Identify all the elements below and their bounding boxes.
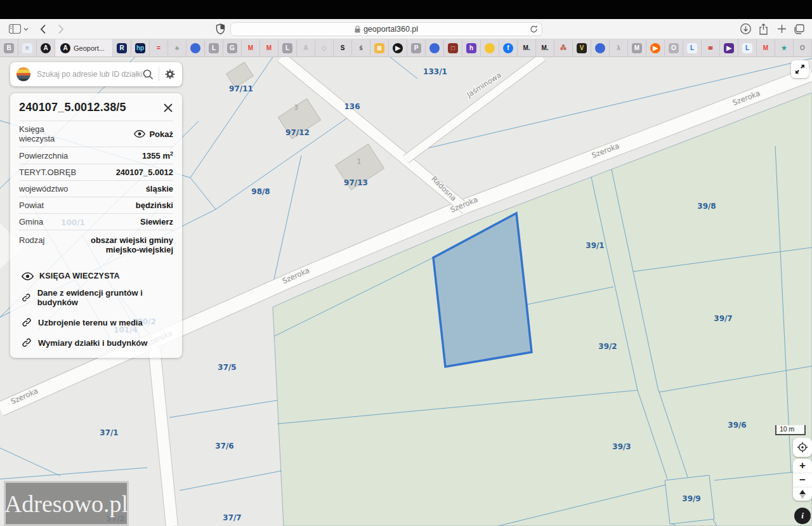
link-icon	[22, 338, 32, 348]
pinned-tab[interactable]	[426, 39, 444, 56]
sidebar-chevron-icon[interactable]	[23, 27, 29, 31]
pinned-tab[interactable]: =	[150, 39, 168, 56]
row-label: Powierzchnia	[19, 151, 68, 161]
link-dane-ewidencji[interactable]: Dane z ewidencji gruntów i budynków	[19, 283, 173, 312]
favicon: h	[466, 43, 476, 53]
close-icon[interactable]	[163, 103, 173, 113]
pinned-tab[interactable]: M	[757, 39, 775, 56]
map-canvas[interactable]: 3 1 97/11 97/12 97/13 98/8 136 133/1 100…	[0, 57, 812, 526]
forward-button[interactable]	[58, 24, 64, 34]
sidebar-toggle-icon[interactable]	[9, 24, 21, 34]
ksiega-wieczysta-section[interactable]: KSIĘGA WIECZYSTA	[19, 258, 173, 283]
back-button[interactable]	[40, 24, 46, 34]
favicon: ≡	[22, 43, 32, 53]
pinned-tab[interactable]: G	[223, 39, 242, 56]
pinned-tab[interactable]: f	[499, 39, 518, 56]
url-bar[interactable]: geoportal360.pl	[230, 22, 542, 36]
divider	[159, 67, 159, 81]
pinned-tab[interactable]: ś	[352, 39, 370, 56]
privacy-shield-icon[interactable]	[216, 23, 225, 35]
pinned-tab[interactable]: hp	[131, 39, 150, 56]
svg-text:97/11: 97/11	[229, 84, 253, 93]
pinned-tab[interactable]: ≣	[370, 39, 389, 56]
pinned-tab[interactable]: L	[683, 39, 702, 56]
reload-icon[interactable]	[530, 25, 538, 36]
pinned-tab[interactable]: M.	[518, 39, 536, 56]
pinned-tab[interactable]: ▶	[720, 39, 738, 56]
search-icon[interactable]	[143, 69, 154, 80]
downloads-button[interactable]	[740, 23, 751, 34]
favicon: L	[687, 43, 697, 53]
parcel-info-panel: 240107_5.0012.38/5 Księga wieczysta Poka…	[10, 62, 182, 358]
pinned-tab[interactable]: R	[113, 39, 131, 56]
favicon: O	[669, 43, 679, 53]
svg-text:1: 1	[357, 158, 361, 165]
search-bar[interactable]	[10, 62, 182, 86]
pinned-tab[interactable]: λ	[610, 39, 628, 56]
pinned-tab[interactable]: ◇	[315, 39, 334, 56]
pinned-tab[interactable]: L	[278, 39, 297, 56]
favicon: ś	[356, 43, 366, 53]
pinned-tab[interactable]: V	[573, 39, 591, 56]
compass-button[interactable]	[793, 487, 812, 501]
row-value: Siewierz	[140, 217, 173, 227]
favicon	[485, 43, 495, 53]
row-label: Rodzaj	[19, 235, 44, 245]
svg-text:136: 136	[344, 102, 360, 111]
pinned-tab[interactable]: P	[407, 39, 426, 56]
favicon: A	[301, 43, 311, 53]
ksiega-pokaz-link[interactable]: Pokaż	[134, 129, 173, 139]
favicon: S	[337, 43, 348, 53]
new-tab-button[interactable]	[777, 24, 787, 34]
pinned-tab[interactable]	[591, 39, 610, 56]
zoom-controls: + −	[793, 459, 812, 501]
pinned-tab[interactable]: ≡	[18, 39, 37, 56]
link-wymiary[interactable]: Wymiary działki i budynków	[19, 332, 173, 358]
pinned-tab[interactable]: O	[794, 39, 812, 56]
pinned-tab[interactable]: M.	[536, 39, 554, 56]
pinned-tab[interactable]: M	[260, 39, 278, 56]
pinned-tab[interactable]: M	[628, 39, 646, 56]
pinned-tab[interactable]: □	[444, 39, 462, 56]
pinned-tab[interactable]: L	[738, 39, 757, 56]
pinned-tab[interactable]: B	[0, 39, 18, 56]
pinned-tab[interactable]: A	[297, 39, 315, 56]
favicon	[429, 43, 440, 53]
row-label: TERYT.OBRĘB	[19, 168, 76, 177]
pinned-tab[interactable]: h	[462, 39, 481, 56]
svg-text:39/2: 39/2	[598, 342, 617, 351]
search-input[interactable]	[37, 70, 143, 79]
pinned-tab[interactable]: ⁂	[554, 39, 573, 56]
favicon: A	[41, 43, 51, 53]
locate-button[interactable]	[793, 438, 812, 457]
settings-gear-icon[interactable]	[164, 69, 176, 80]
pinned-tab[interactable]: A	[37, 39, 55, 56]
info-button[interactable]: i	[794, 508, 811, 524]
pinned-tab[interactable]	[187, 39, 205, 56]
active-tab[interactable]: AGeoport...	[55, 39, 113, 56]
pinned-tab[interactable]: ★	[775, 39, 794, 56]
pinned-tab[interactable]: ≋	[702, 39, 720, 56]
row-label: Księga wieczysta	[19, 124, 70, 143]
pinned-tab[interactable]	[481, 39, 499, 56]
row-label: województwo	[19, 184, 68, 194]
zoom-out-button[interactable]: −	[793, 473, 812, 487]
favicon	[595, 43, 605, 53]
share-button[interactable]	[759, 23, 768, 35]
eye-icon	[22, 272, 34, 280]
active-tab-label: Geoport...	[74, 44, 105, 52]
zoom-in-button[interactable]: +	[793, 459, 812, 473]
pinned-tab[interactable]: ▶	[389, 39, 407, 56]
pinned-tab[interactable]: L	[205, 39, 223, 56]
favicon: M	[264, 43, 274, 53]
tab-overview-button[interactable]	[794, 24, 804, 34]
fullscreen-button[interactable]	[791, 60, 809, 78]
favicon: B	[4, 43, 14, 53]
pinned-tab[interactable]: ♣	[168, 39, 187, 56]
pinned-tab[interactable]: M	[242, 39, 260, 56]
pinned-tab[interactable]: O	[665, 39, 683, 56]
pinned-tab[interactable]: ▶	[646, 39, 665, 56]
link-uzbrojenie[interactable]: Uzbrojenie terenu w media	[19, 312, 173, 332]
adresowo-watermark: Adresowo.pl	[4, 481, 129, 526]
pinned-tab[interactable]: S	[334, 39, 352, 56]
